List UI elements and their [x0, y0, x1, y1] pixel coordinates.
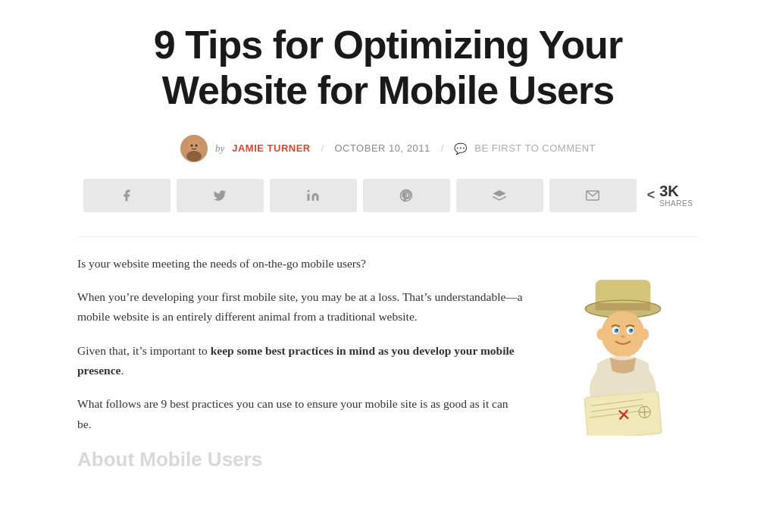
article-para-3: Given that, it’s important to keep some … [77, 341, 524, 381]
svg-point-3 [190, 144, 192, 146]
share-twitter-button[interactable] [177, 179, 264, 212]
faded-para: What follows are 9 best practices you ca… [77, 394, 524, 434]
svg-point-20 [597, 328, 605, 340]
svg-point-6 [308, 189, 310, 192]
article-illustration [547, 269, 699, 439]
share-pinterest-button[interactable] [363, 179, 450, 212]
svg-point-17 [616, 329, 618, 330]
author-avatar [180, 135, 208, 162]
svg-point-15 [615, 328, 619, 333]
share-linkedin-button[interactable] [270, 179, 357, 212]
article-text: Is your website meeting the needs of on-… [77, 254, 524, 471]
svg-rect-5 [308, 193, 310, 200]
comment-icon: 💬 [454, 142, 467, 155]
faded-section: What follows are 9 best practices you ca… [77, 394, 524, 471]
meta-date: OCTOBER 10, 2011 [334, 142, 430, 154]
article-body: Is your website meeting the needs of on-… [77, 254, 699, 471]
svg-point-4 [195, 144, 197, 146]
faded-heading: About Mobile Users [77, 448, 524, 471]
meta-comment-link[interactable]: BE FIRST TO COMMENT [474, 142, 596, 154]
svg-point-16 [629, 328, 634, 333]
para3-suffix: . [120, 364, 124, 377]
svg-rect-10 [596, 303, 651, 311]
svg-point-1 [188, 140, 200, 152]
share-email-button[interactable] [549, 179, 637, 212]
share-count-number: 3K [659, 183, 693, 199]
share-facebook-button[interactable] [83, 179, 171, 212]
svg-point-2 [186, 151, 202, 161]
share-count-label: SHARES [659, 199, 693, 208]
share-count-chevron: < [647, 187, 656, 203]
content-divider [77, 236, 699, 237]
para3-prefix: Given that, it’s important to [77, 344, 211, 357]
svg-point-21 [640, 328, 649, 340]
article-para-2: When you’re developing your first mobile… [77, 287, 524, 327]
share-bar: < 3K SHARES [77, 179, 699, 212]
meta-divider-2: / [441, 142, 444, 154]
meta-divider-1: / [321, 142, 324, 154]
article-title: 9 Tips for Optimizing Your Website for M… [77, 23, 699, 114]
share-count: < 3K SHARES [647, 183, 693, 208]
svg-point-12 [601, 311, 644, 357]
meta-by-label: by [215, 142, 224, 155]
share-buffer-button[interactable] [456, 179, 543, 212]
svg-point-18 [630, 329, 632, 330]
article-meta: by JAMIE TURNER / OCTOBER 10, 2011 / 💬 B… [77, 135, 699, 162]
meta-author-name[interactable]: JAMIE TURNER [232, 142, 311, 154]
article-para-1: Is your website meeting the needs of on-… [77, 254, 524, 274]
svg-point-19 [621, 335, 625, 338]
